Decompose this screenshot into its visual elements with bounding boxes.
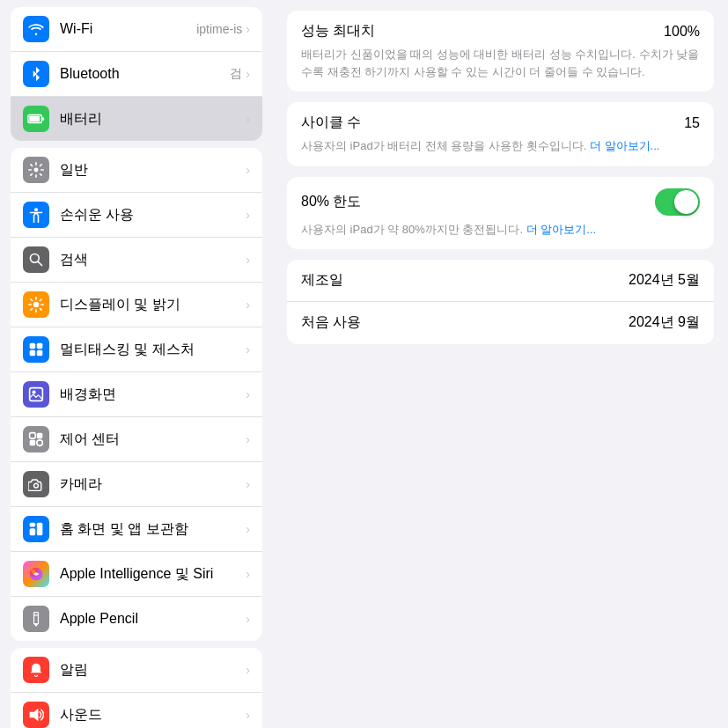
wifi-icon [23, 16, 49, 42]
first-use-label: 처음 사용 [301, 313, 361, 332]
general-label: 일반 [60, 161, 246, 180]
homescreen-chevron: › [246, 522, 250, 536]
svg-rect-11 [30, 388, 43, 401]
svg-point-16 [37, 440, 43, 446]
sidebar-group-top: Wi-Fi iptime-is › Bluetooth 검 › [11, 7, 262, 141]
svg-rect-15 [30, 440, 36, 446]
bt-label: Bluetooth [60, 66, 230, 82]
limit-desc-text: 사용자의 iPad가 약 80%까지만 충전됩니다. [301, 223, 523, 236]
wallpaper-label: 배경화면 [60, 386, 246, 404]
general-icon [23, 157, 49, 183]
svg-point-17 [34, 483, 39, 488]
multitasking-chevron: › [246, 342, 250, 357]
bluetooth-icon [23, 61, 49, 87]
svg-rect-20 [30, 523, 36, 527]
sound-chevron: › [246, 708, 250, 722]
svg-point-6 [33, 302, 40, 308]
homescreen-icon [23, 516, 49, 542]
svg-point-4 [34, 208, 38, 211]
sound-icon [23, 702, 49, 728]
notifications-icon [23, 657, 49, 683]
wallpaper-chevron: › [246, 387, 250, 401]
detail-card-performance: 성능 최대치 100% 배터리가 신품이었을 때의 성능에 대비한 배터리 성능… [287, 11, 714, 92]
multitasking-icon [23, 336, 49, 363]
detail-row-manufacture-date: 제조일 2024년 5월 [287, 260, 714, 302]
sidebar-item-wifi[interactable]: Wi-Fi iptime-is › [11, 7, 262, 52]
control-center-chevron: › [246, 432, 250, 446]
siri-chevron: › [246, 567, 250, 581]
detail-card-limit: 80% 한도 사용자의 iPad가 약 80%까지만 충전됩니다. 더 알아보기… [287, 177, 714, 250]
cycle-count-label: 사이클 수 [301, 114, 361, 132]
toggle-knob [674, 190, 698, 214]
sidebar-item-homescreen[interactable]: 홈 화면 및 앱 보관함 › [11, 507, 262, 552]
svg-rect-1 [29, 116, 40, 121]
svg-rect-10 [37, 350, 43, 357]
limit-desc-link[interactable]: 더 알아보기... [526, 223, 596, 236]
cycle-count-desc: 사용자의 iPad가 배터리 전체 용량을 사용한 횟수입니다. 더 알아보기.… [301, 137, 659, 155]
sidebar-item-notifications[interactable]: 알림 › [11, 648, 262, 693]
sidebar-item-siri[interactable]: Apple Intelligence 및 Siri › [11, 552, 262, 597]
general-chevron: › [246, 163, 250, 177]
sidebar-item-apple-pencil[interactable]: Apple Pencil › [11, 597, 262, 641]
homescreen-label: 홈 화면 및 앱 보관함 [60, 520, 246, 539]
sidebar-group-settings: 일반 › 손쉬운 사용 › 검색 › [11, 148, 262, 641]
sidebar: Wi-Fi iptime-is › Bluetooth 검 › [0, 0, 273, 728]
sidebar-item-bluetooth[interactable]: Bluetooth 검 › [11, 52, 262, 97]
siri-icon [23, 561, 49, 587]
max-performance-desc: 배터리가 신품이었을 때의 성능에 대비한 배터리 성능 수치입니다. 수치가 … [301, 46, 700, 80]
display-chevron: › [246, 298, 250, 312]
wifi-label: Wi-Fi [60, 21, 196, 37]
accessibility-icon [23, 202, 49, 228]
sidebar-item-sound[interactable]: 사운드 › [11, 693, 262, 728]
detail-row-cycle-count: 사이클 수 15 사용자의 iPad가 배터리 전체 용량을 사용한 횟수입니다… [287, 102, 714, 166]
detail-card-dates: 제조일 2024년 5월 처음 사용 2024년 9월 [287, 260, 714, 344]
limit-80-toggle[interactable] [655, 188, 700, 216]
svg-rect-8 [37, 343, 43, 349]
accessibility-label: 손쉬운 사용 [60, 206, 246, 224]
accessibility-chevron: › [246, 208, 250, 222]
control-center-icon [23, 426, 49, 452]
sidebar-item-battery[interactable]: 배터리 › [11, 97, 262, 141]
battery-label: 배터리 [60, 110, 246, 129]
sidebar-item-accessibility[interactable]: 손쉬운 사용 › [11, 193, 262, 238]
svg-rect-13 [30, 433, 36, 439]
svg-point-3 [34, 168, 39, 173]
cycle-desc-link[interactable]: 더 알아보기... [590, 139, 659, 152]
sidebar-item-general[interactable]: 일반 › [11, 148, 262, 193]
sidebar-item-wallpaper[interactable]: 배경화면 › [11, 372, 262, 417]
search-chevron: › [246, 253, 250, 267]
limit-80-desc: 사용자의 iPad가 약 80%까지만 충전됩니다. 더 알아보기... [301, 221, 596, 239]
camera-label: 카메라 [60, 475, 246, 494]
svg-rect-18 [30, 528, 36, 535]
cycle-count-value: 15 [684, 115, 700, 131]
detail-row-first-use: 처음 사용 2024년 9월 [287, 302, 714, 344]
cycle-desc-text: 사용자의 iPad가 배터리 전체 용량을 사용한 횟수입니다. [301, 139, 586, 152]
bt-value: 검 [230, 66, 242, 82]
apple-pencil-chevron: › [246, 612, 250, 626]
sidebar-item-search[interactable]: 검색 › [11, 238, 262, 283]
manufacture-date-label: 제조일 [301, 271, 343, 290]
manufacture-date-value: 2024년 5월 [629, 271, 700, 290]
svg-marker-23 [34, 624, 39, 627]
first-use-value: 2024년 9월 [629, 313, 700, 332]
camera-chevron: › [246, 477, 250, 491]
svg-rect-2 [41, 117, 44, 121]
wifi-value: iptime-is [196, 22, 242, 36]
display-icon [23, 291, 49, 318]
siri-label: Apple Intelligence 및 Siri [60, 565, 246, 584]
svg-point-5 [30, 254, 39, 262]
sidebar-item-camera[interactable]: 카메라 › [11, 462, 262, 507]
sidebar-item-control-center[interactable]: 제어 센터 › [11, 417, 262, 462]
sidebar-item-display[interactable]: 디스플레이 및 밝기 › [11, 283, 262, 327]
svg-rect-9 [30, 350, 36, 357]
search-label: 검색 [60, 251, 246, 269]
sidebar-item-multitasking[interactable]: 멀티태스킹 및 제스처 › [11, 327, 262, 372]
svg-rect-14 [37, 433, 43, 439]
bt-chevron: › [246, 67, 250, 81]
multitasking-label: 멀티태스킹 및 제스처 [60, 341, 246, 359]
apple-pencil-icon [23, 606, 49, 632]
svg-rect-7 [30, 343, 36, 349]
notifications-label: 알림 [60, 661, 246, 680]
camera-icon [23, 471, 49, 497]
detail-card-cycle: 사이클 수 15 사용자의 iPad가 배터리 전체 용량을 사용한 횟수입니다… [287, 102, 714, 166]
